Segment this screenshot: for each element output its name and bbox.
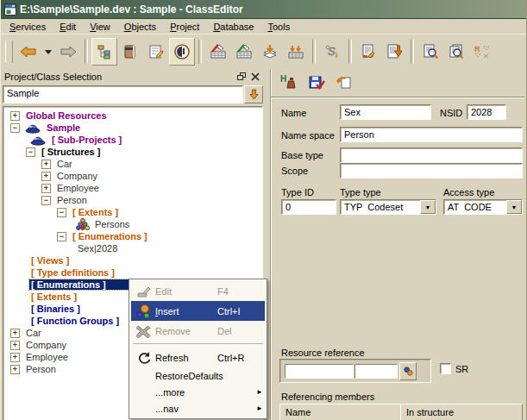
submenu-arrow-icon: ► <box>254 404 263 412</box>
resource-reference-group <box>279 359 431 383</box>
namespace-field[interactable]: Person <box>340 127 523 142</box>
tree-item-company[interactable]: +Company <box>3 170 262 182</box>
svg-text:S: S <box>328 45 336 58</box>
project-combo: Sample <box>3 85 263 103</box>
expand-icon[interactable]: + <box>41 172 51 181</box>
tree-item-car[interactable]: +Car <box>3 158 262 170</box>
search-all-button[interactable] <box>443 38 469 66</box>
collapse-icon[interactable]: − <box>10 123 20 133</box>
expand-icon[interactable]: + <box>10 329 20 338</box>
class-editor-panel: H Name Sex NSID 2028 Name space Person B… <box>270 69 524 420</box>
tree-item-global-resources[interactable]: +Global Resources <box>3 110 262 122</box>
typeid-field[interactable]: 0 <box>281 199 336 215</box>
tree-item-employee[interactable]: +Employee <box>3 182 262 194</box>
collapse-icon[interactable]: − <box>57 232 66 241</box>
tree-view-toggle[interactable] <box>91 38 117 66</box>
context-menu-item-restoredefaults[interactable]: RestoreDefaults <box>131 367 265 384</box>
expand-icon[interactable]: + <box>10 365 20 374</box>
tree-item-sub-projects[interactable]: [ Sub-Projects ] <box>3 134 262 146</box>
grid-red-icon <box>210 44 227 60</box>
float-panel-button[interactable] <box>235 72 248 83</box>
menu-tools[interactable]: Tools <box>260 21 297 33</box>
repository-button[interactable] <box>117 38 143 66</box>
expand-icon[interactable]: + <box>10 111 20 121</box>
collapse-icon[interactable]: − <box>57 208 66 217</box>
resource-reference-pick-button[interactable] <box>399 362 417 380</box>
scope-field[interactable] <box>340 163 523 179</box>
tree-item-type-definitions[interactable]: [ Type definitions ] <box>3 266 262 279</box>
expand-icon[interactable]: + <box>41 184 51 193</box>
menu-services[interactable]: Services <box>3 21 53 33</box>
toolbar-separator <box>348 40 352 64</box>
typetype-combo[interactable]: TYP Codeset ▼ <box>340 199 436 215</box>
back-history-dropdown[interactable] <box>41 38 55 66</box>
arrow-right-gray-icon <box>60 46 77 58</box>
run-nav-button[interactable]: R <box>469 38 495 66</box>
edit-form-button[interactable] <box>143 38 169 66</box>
resource-reference-field-2[interactable] <box>354 364 398 379</box>
back-button[interactable] <box>16 38 41 66</box>
expand-icon[interactable]: + <box>10 353 20 362</box>
tree-item-sample[interactable]: −Sample <box>3 122 262 134</box>
class-editor-toggle[interactable] <box>169 38 195 66</box>
tree-item-persons[interactable]: Persons <box>3 218 262 230</box>
menu-objects[interactable]: Objects <box>117 21 163 33</box>
menu-refresh-icon <box>133 351 155 365</box>
collapse-icon[interactable]: − <box>26 147 35 157</box>
save-button[interactable] <box>307 73 326 92</box>
list-export-button[interactable] <box>381 38 407 66</box>
expand-icon[interactable]: + <box>41 160 51 169</box>
menu-insert-icon <box>133 304 155 318</box>
checkout-button[interactable] <box>205 38 231 66</box>
tree-item-views[interactable]: [ Views ] <box>3 254 262 266</box>
context-menu-item-remove: RemoveDel <box>131 321 265 341</box>
sr-label: SR <box>455 364 468 374</box>
collapse-icon[interactable]: − <box>41 196 51 205</box>
load-button[interactable] <box>283 38 309 66</box>
basetype-field[interactable] <box>340 147 523 163</box>
context-menu-item-more[interactable]: ...more► <box>131 384 265 400</box>
context-menu-item-insert[interactable]: InsertCtrl+I <box>131 301 265 321</box>
sr-checkbox[interactable] <box>440 363 451 374</box>
menu-project[interactable]: Project <box>163 21 206 33</box>
tree-item-sex-2028[interactable]: Sex|2028 <box>3 242 262 254</box>
nsid-field[interactable]: 2028 <box>467 104 506 120</box>
toolbar-gripper[interactable] <box>5 41 13 63</box>
project-combo-dropdown-button[interactable] <box>244 85 263 103</box>
resource-reference-field-1[interactable] <box>285 364 354 379</box>
history-button[interactable]: H <box>279 73 298 92</box>
menu-view[interactable]: View <box>83 21 117 33</box>
context-menu-item-refresh[interactable]: RefreshCtrl+R <box>131 348 265 367</box>
search-document-button[interactable] <box>417 38 443 66</box>
svg-text:i: i <box>336 51 338 60</box>
tree-item-enumerations[interactable]: −[ Enumerations ] <box>3 230 262 242</box>
tree-item-person[interactable]: −Person <box>3 194 262 206</box>
expand-icon[interactable]: + <box>10 341 20 350</box>
context-menu-item-nav[interactable]: ...nav► <box>131 400 265 417</box>
menu-database[interactable]: Database <box>206 21 260 33</box>
page-edit-icon <box>148 44 164 60</box>
r-nav-icon: R <box>474 44 491 60</box>
name-field[interactable]: Sex <box>340 104 431 120</box>
checkin-button[interactable] <box>231 38 257 66</box>
panel-title: Project/Class Selection <box>4 72 234 82</box>
scope-label: Scope <box>281 166 308 176</box>
script-info-button[interactable]: Si <box>319 38 345 66</box>
project-combo-input[interactable]: Sample <box>3 85 243 103</box>
tree-item-structures[interactable]: −[ Structures ] <box>3 146 262 158</box>
tree-item-extents[interactable]: −[ Extents ] <box>3 206 262 218</box>
close-panel-button[interactable] <box>249 72 261 83</box>
column-header-name[interactable]: Name <box>279 404 401 420</box>
menu-edit[interactable]: Edit <box>53 21 83 33</box>
name-label: Name <box>281 108 306 118</box>
accesstype-combo[interactable]: AT CODE ▼ <box>443 199 523 215</box>
list-edit-button[interactable] <box>355 38 381 66</box>
store-button[interactable] <box>257 38 283 66</box>
column-header-in-structure[interactable]: In structure <box>400 404 523 420</box>
typetype-value: TYP Codeset <box>341 200 420 214</box>
typetype-dropdown-button[interactable]: ▼ <box>420 200 436 214</box>
revert-button[interactable] <box>335 73 354 92</box>
forward-button[interactable] <box>55 38 81 66</box>
accesstype-dropdown-button[interactable]: ▼ <box>506 200 522 214</box>
orange-down-arrow-icon <box>249 89 259 100</box>
